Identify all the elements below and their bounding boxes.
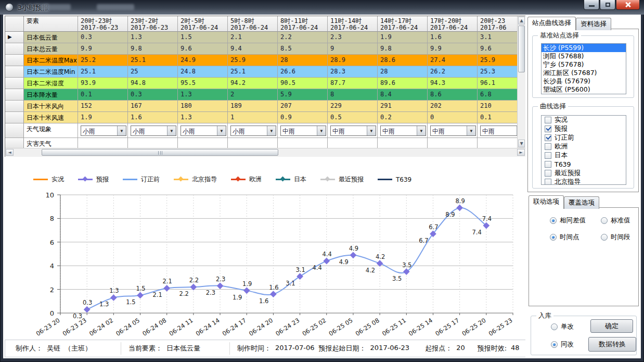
radio-time-range[interactable]: 时间段 [601, 233, 630, 242]
value-cell[interactable]: 26.6 [278, 66, 328, 78]
scroll-down-icon[interactable]: ▼ [518, 140, 525, 147]
value-cell[interactable]: 96.1 [478, 78, 517, 89]
chevron-down-icon[interactable]: ▼ [167, 126, 176, 135]
value-cell[interactable]: 8 [328, 89, 378, 101]
value-cell[interactable]: 87.7 [328, 78, 378, 89]
value-cell[interactable]: 1.3 [128, 32, 178, 43]
value-cell[interactable]: 9.9 [78, 43, 128, 55]
value-cell[interactable]: 3.1 [478, 32, 517, 43]
station-list-item[interactable]: 长沙县 (57679) [542, 77, 626, 85]
value-cell[interactable]: 1.5 [178, 32, 228, 43]
weather-dropdown[interactable]: 中雨▼ [330, 126, 376, 136]
value-cell[interactable]: 1.3 [178, 89, 228, 101]
value-cell[interactable]: 9.8 [128, 43, 178, 55]
curve-checkbox-row[interactable]: 订正前 [542, 133, 626, 142]
hazard-cell[interactable] [278, 138, 328, 148]
radio-same-diff[interactable]: 相同差值 [550, 216, 586, 225]
weather-dropdown[interactable]: 小雨▼ [230, 126, 276, 136]
value-cell[interactable]: 229 [328, 101, 378, 112]
tab-station-curve-select[interactable]: 站点曲线选择 [527, 17, 576, 30]
value-cell[interactable]: 95.5 [178, 78, 228, 89]
tab-overwrite-options[interactable]: 覆盖选项 [564, 196, 599, 209]
curve-checkbox-row[interactable]: 欧洲 [542, 142, 626, 151]
value-cell[interactable]: 9.6 [178, 43, 228, 55]
value-cell[interactable]: 28 [278, 55, 328, 66]
table-vertical-scrollbar[interactable]: ▲ ▼ [517, 16, 525, 148]
close-button[interactable] [616, 0, 640, 10]
checkbox-icon[interactable] [545, 170, 551, 177]
value-cell[interactable]: 27.4 [428, 55, 478, 66]
tab-link-options[interactable]: 联动选项 [529, 195, 564, 209]
station-list-item[interactable]: 浏阳 (57688) [542, 52, 626, 60]
checkbox-icon[interactable] [545, 152, 551, 159]
curve-checkbox-row[interactable]: 最近预报 [542, 169, 626, 178]
checkbox-icon[interactable] [545, 117, 551, 123]
checkbox-icon[interactable] [545, 126, 551, 132]
chevron-down-icon[interactable]: ▼ [267, 126, 276, 135]
chevron-down-icon[interactable]: ▼ [367, 126, 376, 135]
station-list-item[interactable]: 宁乡 (57678) [542, 60, 626, 69]
value-cell[interactable]: 1.9 [378, 32, 428, 43]
hazard-cell[interactable] [178, 138, 228, 148]
checkbox-icon[interactable] [545, 143, 551, 150]
chevron-down-icon[interactable]: ▼ [317, 126, 326, 135]
value-cell[interactable]: 0.5 [328, 112, 378, 123]
value-cell[interactable]: 0.3 [128, 89, 178, 101]
hazard-cell[interactable] [78, 138, 128, 148]
chevron-down-icon[interactable]: ▼ [467, 126, 475, 135]
hazard-cell[interactable] [128, 138, 178, 148]
value-cell[interactable]: 202 [428, 101, 478, 112]
value-cell[interactable]: 25.2 [78, 55, 128, 66]
value-cell[interactable]: 94.2 [228, 78, 278, 89]
value-cell[interactable]: 9.8 [378, 43, 428, 55]
radio-sync-edit[interactable]: 同改 [551, 340, 574, 349]
value-cell[interactable]: 152 [78, 101, 128, 112]
value-cell[interactable]: 0.3 [78, 32, 128, 43]
value-cell[interactable]: 207 [278, 101, 328, 112]
value-cell[interactable]: 167 [128, 101, 178, 112]
value-cell[interactable]: 9.9 [428, 43, 478, 55]
value-cell[interactable]: 1.3 [178, 112, 228, 123]
value-cell[interactable]: 25.9 [228, 55, 278, 66]
value-cell[interactable]: 25 [128, 66, 178, 78]
value-cell[interactable]: 94.3 [428, 78, 478, 89]
value-cell[interactable]: 89.6 [378, 78, 428, 89]
value-cell[interactable]: 0.1 [478, 112, 517, 123]
value-cell[interactable]: 25.1 [78, 66, 128, 78]
curve-checkbox-row[interactable]: 北京指导 [542, 178, 626, 185]
weather-dropdown[interactable]: 中雨▼ [280, 126, 326, 136]
value-cell[interactable]: 2 [228, 89, 278, 101]
value-cell[interactable]: 8.5 [278, 43, 328, 55]
value-cell[interactable]: 2.1 [228, 32, 278, 43]
hazard-cell[interactable] [478, 138, 517, 148]
hazard-cell[interactable] [228, 138, 278, 148]
value-cell[interactable]: 0.1 [78, 89, 128, 101]
chevron-down-icon[interactable]: ▼ [217, 126, 226, 135]
value-cell[interactable]: 90.5 [278, 78, 328, 89]
value-cell[interactable]: 210 [478, 101, 517, 112]
radio-single-edit[interactable]: 单改 [551, 322, 574, 331]
value-cell[interactable]: 9 [328, 43, 378, 55]
value-cell[interactable]: 8.4 [378, 89, 428, 101]
value-cell[interactable]: 25.1 [128, 55, 178, 66]
value-cell[interactable]: 0 [428, 112, 478, 123]
value-cell[interactable]: 2.3 [328, 32, 378, 43]
value-cell[interactable]: 2.2 [278, 32, 328, 43]
vertical-scroll-thumb[interactable] [518, 26, 525, 72]
value-cell[interactable]: 25.9 [478, 55, 517, 66]
value-cell[interactable]: 9.4 [228, 43, 278, 55]
table-horizontal-scrollbar[interactable]: ◄ ► [5, 148, 525, 157]
value-cell[interactable]: 6.8 [478, 89, 517, 101]
value-cell[interactable]: 28.3 [328, 66, 378, 78]
value-cell[interactable]: 189 [228, 101, 278, 112]
value-cell[interactable]: 9.6 [478, 43, 517, 55]
weather-dropdown[interactable]: 小雨▼ [131, 126, 176, 136]
minimize-button[interactable] [584, 0, 599, 10]
hazard-cell[interactable] [328, 138, 378, 148]
value-cell[interactable]: 1.9 [78, 112, 128, 123]
value-cell[interactable]: 94.8 [128, 78, 178, 89]
value-cell[interactable]: 291 [378, 101, 428, 112]
value-cell[interactable]: 28 [378, 66, 428, 78]
curve-checkbox-row[interactable]: T639 [542, 160, 626, 169]
value-cell[interactable]: 28.9 [328, 55, 378, 66]
